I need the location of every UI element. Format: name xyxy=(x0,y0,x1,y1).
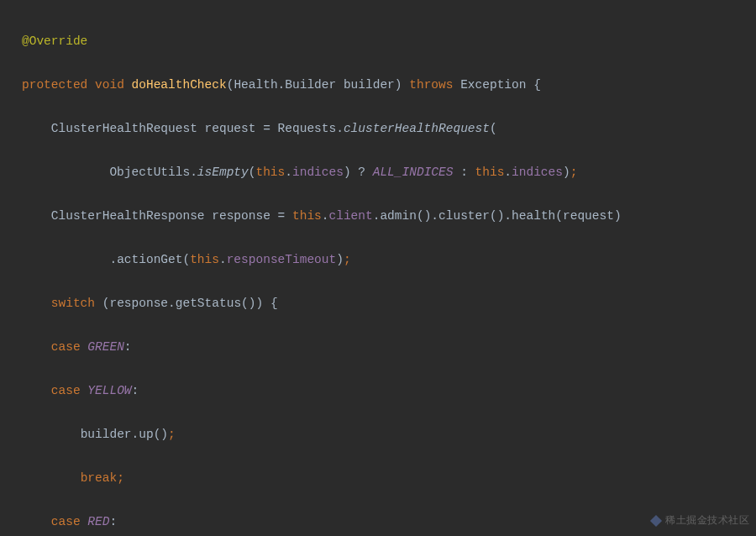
code-line: case RED: xyxy=(0,511,756,533)
code-line: ClusterHealthRequest request = Requests.… xyxy=(0,118,756,139)
code-line: break; xyxy=(0,467,756,489)
code-line: switch (response.getStatus()) { xyxy=(0,292,756,314)
code-line: .actionGet(this.responseTimeout); xyxy=(0,249,756,271)
method-name: doHealthCheck xyxy=(132,78,227,92)
annotation: @Override xyxy=(22,34,87,48)
code-line: builder.up(); xyxy=(0,423,756,445)
code-line: ObjectUtils.isEmpty(this.indices) ? ALL_… xyxy=(0,161,756,183)
code-line: case GREEN: xyxy=(0,336,756,358)
code-editor: @Override protected void doHealthCheck(H… xyxy=(0,0,756,536)
code-line: case YELLOW: xyxy=(0,380,756,402)
code-line: @Override xyxy=(0,30,756,52)
code-line: ClusterHealthResponse response = this.cl… xyxy=(0,205,756,227)
code-line: protected void doHealthCheck(Health.Buil… xyxy=(0,74,756,96)
